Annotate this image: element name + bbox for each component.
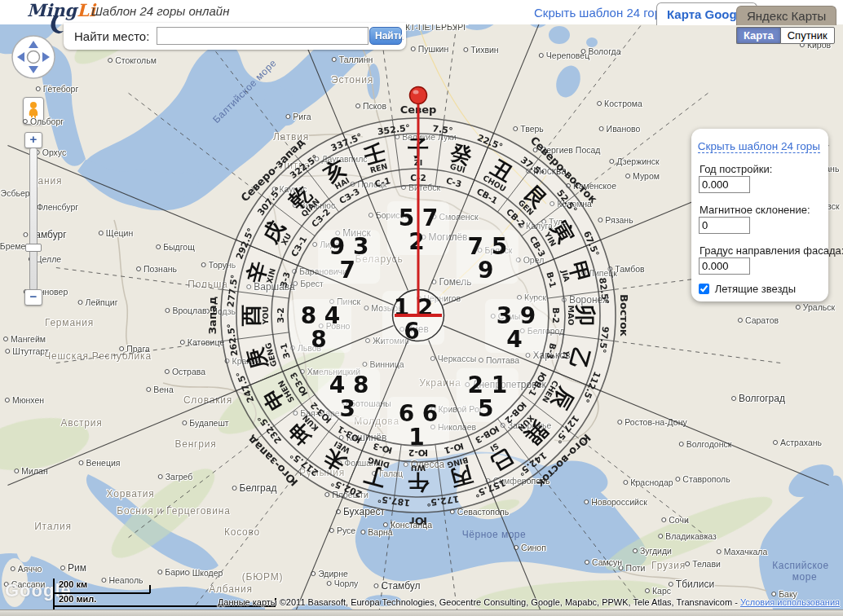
flying-stars-base-south-east: 5 bbox=[478, 395, 493, 422]
pan-control[interactable] bbox=[11, 34, 56, 80]
zoom-in-button[interactable]: + bbox=[24, 132, 42, 148]
flying-stars-base-north-east: 9 bbox=[478, 257, 493, 284]
logo-ming-text: Ming bbox=[27, 0, 77, 20]
direction-label: Запад bbox=[206, 297, 218, 334]
flying-stars-base-south: 1 bbox=[408, 424, 424, 451]
mountain-hanzi: 酉 bbox=[239, 305, 263, 327]
zoom-slider-track[interactable] bbox=[29, 147, 38, 291]
flying-stars-base-south-west: 3 bbox=[339, 395, 355, 422]
north-pin-highlight bbox=[413, 90, 419, 95]
search-input[interactable] bbox=[157, 27, 369, 45]
scale-mi-label: 200 мил. bbox=[59, 594, 96, 604]
bottom-status-strip bbox=[0, 609, 843, 616]
mountain-sector-code: В-2 bbox=[551, 307, 561, 323]
map-attribution: Данные карты ©2011 Basarsoft, Europa Tec… bbox=[218, 597, 840, 607]
page-title: Шаблон 24 горы онлайн bbox=[91, 4, 229, 18]
scale-km-label: 200 км bbox=[59, 579, 87, 589]
sector-dashed-line bbox=[576, 436, 709, 539]
north-pin bbox=[410, 87, 427, 104]
hide-template-link[interactable]: Скрыть шаблон 24 горы bbox=[534, 6, 670, 20]
sector-dashed-line bbox=[55, 267, 222, 289]
direction-label: Восток bbox=[618, 294, 630, 337]
year-built-label: Год постройки: bbox=[700, 163, 772, 175]
facade-direction-label: Градус направления фасада: bbox=[700, 244, 843, 257]
flying-stars-base-north: 2 bbox=[408, 228, 424, 255]
sector-dashed-line bbox=[55, 341, 222, 363]
sector-dashed-line bbox=[127, 436, 261, 539]
scale-bar: 200 км 200 мил. bbox=[52, 577, 289, 613]
flying-stars-label: Летящие звезды bbox=[715, 283, 796, 295]
tab-yandex-map[interactable]: Яндекс Карты bbox=[736, 6, 836, 25]
search-bar: Найти место: Найти bbox=[64, 23, 406, 50]
attribution-text: Данные карты ©2011 Basarsoft, Europa Tec… bbox=[218, 597, 738, 607]
map-type-switcher: КартаСпутник bbox=[736, 27, 835, 44]
panel-hide-template-link[interactable]: Скрыть шаблон 24 горы bbox=[698, 140, 820, 153]
sector-dashed-line bbox=[539, 473, 642, 606]
compass-24-mountains-overlay: 7.5°22.5°37.5°52.5°67.5°82.5°97.5°112.5°… bbox=[0, 0, 843, 616]
terms-of-use-link[interactable]: Условия использования bbox=[740, 597, 840, 607]
zoom-slider-handle[interactable] bbox=[25, 244, 42, 252]
flying-stars-base-west: 8 bbox=[311, 326, 326, 353]
mountain-sector-code: З-2 bbox=[276, 307, 285, 323]
map-view-button[interactable]: Карта bbox=[736, 27, 780, 44]
search-label: Найти место: bbox=[74, 29, 149, 43]
magnetic-declination-input[interactable] bbox=[699, 217, 750, 234]
mountain-hanzi: 卯 bbox=[573, 304, 598, 326]
magnetic-declination-label: Магнитное склонение: bbox=[700, 204, 810, 216]
flying-stars-base-north-west: 7 bbox=[339, 257, 355, 284]
search-button[interactable]: Найти bbox=[369, 27, 402, 45]
mountain-pinyin: YOU bbox=[261, 306, 270, 325]
year-built-input[interactable] bbox=[699, 176, 750, 193]
sector-dashed-line bbox=[127, 92, 261, 195]
mountain-pinyin: WU bbox=[411, 464, 426, 473]
direction-label: Юг bbox=[409, 515, 427, 527]
flying-stars-checkbox[interactable] bbox=[699, 284, 709, 294]
app-window: САНКТ-ПЕТЕРБУРГПушкинТихвинЧереповецВоло… bbox=[0, 0, 843, 616]
flying-stars-base-east: 4 bbox=[506, 326, 522, 353]
sector-dashed-line bbox=[615, 341, 782, 363]
settings-panel: Скрыть шаблон 24 горы Год постройки: Маг… bbox=[691, 129, 828, 301]
mountain-hanzi: 午 bbox=[408, 470, 430, 495]
sector-dashed-line bbox=[576, 92, 709, 195]
flying-stars-row: Летящие звезды bbox=[699, 283, 796, 295]
flying-stars-base-center: 6 bbox=[404, 318, 419, 345]
sector-dashed-line bbox=[539, 24, 642, 158]
pan-center-hand-icon bbox=[28, 51, 40, 64]
zoom-out-button[interactable]: − bbox=[24, 289, 42, 306]
facade-direction-input[interactable] bbox=[699, 257, 750, 275]
mountain-pinyin: MAO bbox=[567, 306, 576, 326]
mingli-logo[interactable]: MingLi bbox=[27, 0, 95, 23]
satellite-view-button[interactable]: Спутник bbox=[780, 27, 835, 44]
